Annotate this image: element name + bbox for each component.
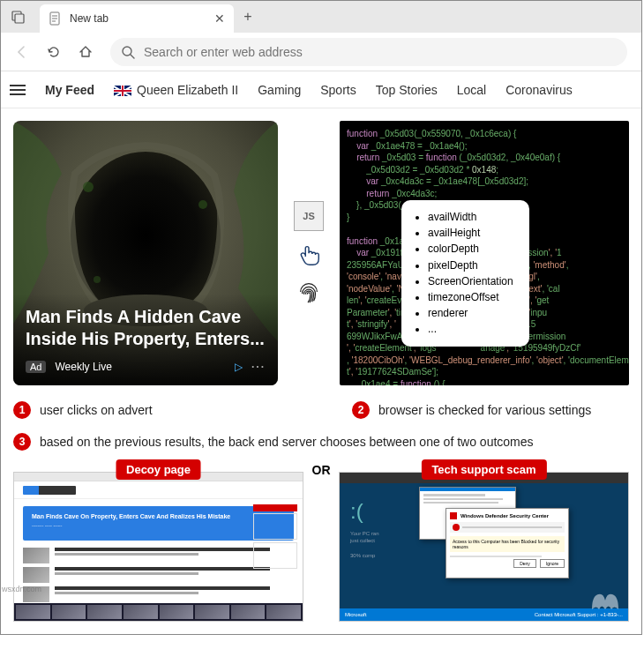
scam-warning-text: Access to this Computer has been Blocked…: [450, 536, 565, 552]
fingerprint-item: ScreenOrientation: [428, 273, 513, 289]
fingerprint-item: ...: [428, 321, 513, 337]
top-row: Man Finds A Hidden Cave Inside His Prope…: [13, 121, 629, 385]
scam-ignore-button: Ignore: [540, 559, 565, 568]
ad-overlay: Man Finds A Hidden Cave Inside His Prope…: [13, 294, 278, 385]
svg-point-11: [83, 182, 94, 192]
step-1-text: user clicks on advert: [40, 403, 153, 417]
or-separator: OR: [303, 463, 339, 477]
scam-label: Tech support scam: [421, 459, 546, 480]
watermark: wsxdn.com: [2, 585, 41, 593]
browser-chrome: New tab ✕ +: [1, 1, 641, 71]
ad-badge: Ad: [26, 361, 46, 373]
home-icon: [78, 44, 94, 60]
ad-meta: Ad Weekly Live ▷ ···: [26, 361, 266, 373]
toolbar: [1, 33, 641, 71]
search-icon: [121, 45, 135, 59]
address-bar[interactable]: [110, 38, 627, 66]
step-3: 3 based on the previous results, the bac…: [13, 433, 534, 451]
svg-point-13: [94, 276, 101, 283]
fingerprint-popup: availWidthavailHeightcolorDepthpixelDept…: [401, 200, 529, 347]
scam-dialog-front: Windows Defender Security Center Access …: [446, 508, 569, 578]
list-item: [23, 586, 294, 602]
outcomes-row: Decoy page Man Finds Cave On Property, E…: [13, 472, 629, 622]
fingerprint-icon: [296, 279, 322, 305]
browser-tab[interactable]: New tab ✕: [40, 4, 234, 33]
malwarebytes-logo-icon: [588, 587, 623, 614]
address-input[interactable]: [144, 45, 617, 59]
sad-face-icon: :(: [350, 499, 363, 524]
tab-strip: New tab ✕ +: [1, 1, 641, 33]
decoy-thumbnail: Man Finds Cave On Property, Enters Cave …: [13, 472, 303, 622]
tab-close-button[interactable]: ✕: [214, 11, 225, 26]
pointer-hand-icon: [296, 242, 322, 268]
step-number-1: 1: [13, 401, 31, 419]
decoy-label: Decoy page: [116, 459, 201, 480]
fingerprint-item: renderer: [428, 305, 513, 321]
nav-item-queen[interactable]: Queen Elizabeth II: [114, 83, 238, 97]
tab-title: New tab: [70, 12, 207, 25]
page-content: Man Finds A Hidden Cave Inside His Prope…: [1, 108, 641, 634]
tab-actions-icon: [11, 10, 26, 24]
step-number-3: 3: [13, 433, 31, 451]
fingerprint-item: timezoneOffset: [428, 289, 513, 305]
ad-source: Weekly Live: [55, 361, 111, 373]
step-2-text: browser is checked for various settings: [378, 403, 591, 417]
shield-icon: [450, 512, 457, 519]
steps-explanation: 1 user clicks on advert 2 browser is che…: [13, 401, 629, 451]
ad-play-button[interactable]: ▷: [235, 361, 243, 373]
home-button[interactable]: [71, 38, 100, 66]
back-button[interactable]: [8, 38, 36, 66]
decoy-site-logo: [23, 486, 76, 495]
nav-item-coronavirus[interactable]: Coronavirus: [505, 83, 572, 97]
code-block: function _0x5d03(_0x559070, _0x1c6eca) {…: [340, 121, 629, 385]
nav-item-top-stories[interactable]: Top Stories: [376, 83, 438, 97]
uk-flag-icon: [114, 86, 131, 96]
arrow-left-icon: [14, 44, 30, 60]
svg-point-12: [198, 200, 207, 209]
feed-navigation: My Feed Queen Elizabeth II Gaming Sports…: [1, 71, 641, 108]
nav-item-local[interactable]: Local: [457, 83, 486, 97]
page-icon: [49, 11, 63, 26]
svg-line-7: [131, 55, 134, 58]
scam-footer: Microsoft Contact Microsoft Support : +1…: [340, 608, 628, 621]
step-number-2: 2: [352, 401, 370, 419]
analysis-icons: JS: [290, 121, 327, 385]
decoy-outcome: Decoy page Man Finds Cave On Property, E…: [13, 472, 303, 622]
scam-deny-button: Deny: [513, 559, 536, 568]
fingerprint-item: colorDepth: [428, 241, 513, 257]
nav-item-sports[interactable]: Sports: [320, 83, 356, 97]
svg-rect-1: [15, 14, 24, 23]
fingerprint-item: availHeight: [428, 225, 513, 241]
scam-bsod-text: Your PC ran just collect 30% comp: [350, 530, 378, 560]
step-2: 2 browser is checked for various setting…: [352, 401, 591, 419]
my-feed-label[interactable]: My Feed: [45, 83, 94, 97]
javascript-icon: JS: [294, 201, 324, 231]
advert-card[interactable]: Man Finds A Hidden Cave Inside His Prope…: [13, 121, 278, 385]
new-tab-button[interactable]: +: [236, 4, 260, 29]
ad-title: Man Finds A Hidden Cave Inside His Prope…: [26, 306, 266, 350]
ad-more-button[interactable]: ···: [251, 361, 266, 373]
tab-actions-button[interactable]: [6, 4, 31, 29]
step-3-text: based on the previous results, the back …: [40, 435, 534, 449]
fingerprint-item: pixelDepth: [428, 257, 513, 273]
svg-point-6: [123, 47, 131, 56]
nav-item-gaming[interactable]: Gaming: [258, 83, 301, 97]
refresh-icon: [46, 44, 62, 60]
refresh-button[interactable]: [40, 38, 68, 66]
step-1: 1 user clicks on advert: [13, 401, 331, 419]
scam-outcome: Tech support scam :( Your PC ran just co…: [339, 472, 629, 622]
menu-button[interactable]: [10, 85, 26, 95]
scam-thumbnail: :( Your PC ran just collect 30% comp: [339, 472, 629, 622]
fingerprint-item: availWidth: [428, 209, 513, 225]
